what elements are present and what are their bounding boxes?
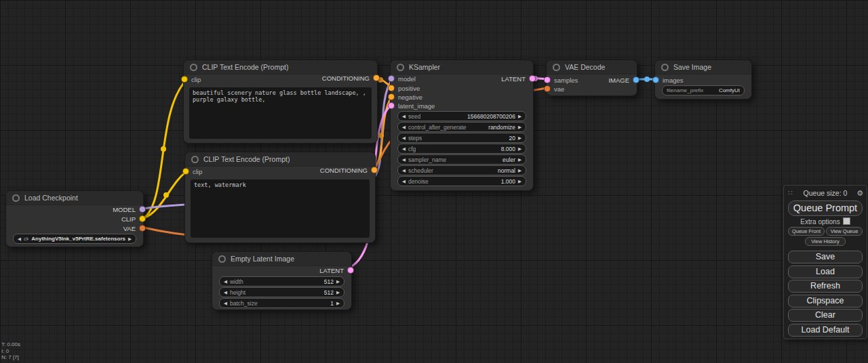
prev-arrow-icon[interactable]: ◀ bbox=[224, 279, 227, 284]
clip-port-icon[interactable] bbox=[139, 215, 146, 222]
node-title-bar[interactable]: KSampler bbox=[391, 60, 533, 74]
next-arrow-icon[interactable]: ▶ bbox=[518, 168, 521, 173]
output-model[interactable]: MODEL bbox=[113, 205, 146, 214]
view-history-button[interactable]: View History bbox=[805, 237, 846, 246]
node-save-image[interactable]: Save Image images filename_prefix ComfyU… bbox=[654, 60, 752, 100]
latent-port-icon[interactable] bbox=[544, 77, 551, 83]
view-queue-button[interactable]: View Queue bbox=[826, 227, 863, 236]
latent-port-icon[interactable] bbox=[347, 267, 354, 274]
node-clip-text-encode-positive[interactable]: CLIP Text Encode (Prompt) clip CONDITION… bbox=[183, 60, 378, 144]
load-default-button[interactable]: Load Default bbox=[788, 324, 863, 337]
height-widget[interactable]: ◀ height 512 ▶ bbox=[219, 287, 344, 297]
extra-options-checkbox[interactable] bbox=[843, 217, 850, 225]
vae-port-icon[interactable] bbox=[544, 85, 551, 92]
output-image[interactable]: IMAGE bbox=[608, 75, 639, 85]
conditioning-port-icon[interactable] bbox=[371, 167, 378, 173]
next-arrow-icon[interactable]: ▶ bbox=[336, 279, 340, 284]
input-vae[interactable]: vae bbox=[544, 84, 564, 93]
save-button[interactable]: Save bbox=[788, 251, 863, 263]
node-collapse-icon[interactable] bbox=[397, 64, 404, 71]
prev-arrow-icon[interactable]: ◀ bbox=[402, 157, 406, 163]
node-canvas[interactable]: { "app": "ComfyUI node graph", "colors":… bbox=[0, 0, 868, 363]
prev-arrow-icon[interactable]: ◀ bbox=[224, 301, 227, 306]
model-port-icon[interactable] bbox=[388, 75, 395, 82]
prev-arrow-icon[interactable]: ◀ bbox=[402, 114, 406, 119]
prompt-text-field[interactable]: beautiful scenery nature glass bottle la… bbox=[189, 87, 372, 139]
refresh-button[interactable]: Refresh bbox=[788, 280, 863, 293]
batch-size-widget[interactable]: ◀ batch_size 1 ▶ bbox=[219, 298, 344, 308]
node-empty-latent-image[interactable]: Empty Latent Image LATENT ◀ width 512 ▶ … bbox=[212, 251, 352, 310]
prev-arrow-icon[interactable]: ◀ bbox=[402, 146, 406, 152]
next-arrow-icon[interactable]: ▶ bbox=[336, 301, 340, 306]
output-clip[interactable]: CLIP bbox=[121, 214, 146, 223]
scheduler-widget[interactable]: ◀ scheduler normal ▶ bbox=[397, 165, 526, 175]
denoise-widget[interactable]: ◀ denoise 1.000 ▶ bbox=[397, 176, 526, 186]
input-latent-image[interactable]: latent_image bbox=[388, 101, 435, 110]
latent-port-icon[interactable] bbox=[529, 75, 536, 82]
vae-port-icon[interactable] bbox=[139, 225, 146, 232]
input-model[interactable]: model bbox=[388, 74, 416, 83]
prev-arrow-icon[interactable]: ◀ bbox=[402, 168, 406, 173]
conditioning-port-icon[interactable] bbox=[388, 93, 395, 100]
conditioning-port-icon[interactable] bbox=[388, 85, 395, 91]
node-title-bar[interactable]: CLIP Text Encode (Prompt) bbox=[184, 60, 377, 74]
next-arrow-icon[interactable]: ▶ bbox=[336, 290, 340, 295]
node-collapse-icon[interactable] bbox=[191, 156, 199, 163]
node-collapse-icon[interactable] bbox=[218, 255, 226, 263]
input-positive[interactable]: positive bbox=[388, 83, 420, 93]
ckpt-name-widget[interactable]: ◀ ckpt_na AnythingV5Ink_v5PrtRE.safetens… bbox=[13, 234, 136, 244]
prompt-text-field[interactable]: text, watermark bbox=[191, 179, 370, 238]
seed-widget[interactable]: ◀ seed 156680208700206 ▶ bbox=[397, 111, 526, 121]
control-after-generate-widget[interactable]: ◀ control_after_generate randomize ▶ bbox=[397, 122, 526, 132]
node-title-bar[interactable]: CLIP Text Encode (Prompt) bbox=[185, 152, 375, 167]
next-arrow-icon[interactable]: ▶ bbox=[518, 157, 521, 163]
clip-port-icon[interactable] bbox=[182, 168, 189, 175]
conditioning-port-icon[interactable] bbox=[373, 74, 380, 81]
image-port-icon[interactable] bbox=[633, 77, 639, 83]
node-clip-text-encode-negative[interactable]: CLIP Text Encode (Prompt) clip CONDITION… bbox=[184, 152, 376, 243]
image-port-icon[interactable] bbox=[652, 77, 659, 83]
node-title-bar[interactable]: Save Image bbox=[655, 60, 751, 74]
input-clip[interactable]: clip bbox=[181, 74, 201, 84]
clipspace-button[interactable]: Clipspace bbox=[788, 295, 863, 307]
clear-button[interactable]: Clear bbox=[788, 309, 863, 322]
clip-port-icon[interactable] bbox=[181, 76, 188, 83]
filename-prefix-widget[interactable]: filename_prefix ComfyUI bbox=[662, 85, 745, 95]
output-vae[interactable]: VAE bbox=[123, 223, 146, 233]
next-arrow-icon[interactable]: ▶ bbox=[128, 236, 132, 242]
model-port-icon[interactable] bbox=[139, 206, 146, 213]
sampler-name-widget[interactable]: ◀ sampler_name euler ▶ bbox=[397, 154, 526, 165]
output-latent[interactable]: LATENT bbox=[501, 74, 536, 83]
node-collapse-icon[interactable] bbox=[553, 64, 560, 71]
node-collapse-icon[interactable] bbox=[190, 64, 197, 71]
queue-front-button[interactable]: Queue Front bbox=[788, 227, 825, 236]
prev-arrow-icon[interactable]: ◀ bbox=[402, 125, 406, 130]
input-clip[interactable]: clip bbox=[182, 167, 202, 176]
node-collapse-icon[interactable] bbox=[12, 194, 20, 202]
node-load-checkpoint[interactable]: Load Checkpoint MODEL CLIP VAE ◀ ckpt_na… bbox=[5, 190, 144, 247]
next-arrow-icon[interactable]: ▶ bbox=[518, 125, 521, 130]
queue-prompt-button[interactable]: Queue Prompt bbox=[788, 200, 863, 216]
node-title-bar[interactable]: Empty Latent Image bbox=[212, 252, 351, 266]
node-title-bar[interactable]: Load Checkpoint bbox=[6, 191, 143, 205]
node-title-bar[interactable]: VAE Decode bbox=[547, 60, 637, 74]
next-arrow-icon[interactable]: ▶ bbox=[518, 114, 521, 119]
latent-port-icon[interactable] bbox=[388, 102, 395, 109]
cfg-widget[interactable]: ◀ cfg 8.000 ▶ bbox=[397, 144, 526, 154]
prev-arrow-icon[interactable]: ◀ bbox=[224, 290, 227, 295]
input-samples[interactable]: samples bbox=[544, 75, 578, 85]
output-conditioning[interactable]: CONDITIONING bbox=[322, 73, 380, 83]
prev-arrow-icon[interactable]: ◀ bbox=[18, 236, 21, 242]
prev-arrow-icon[interactable]: ◀ bbox=[402, 135, 406, 141]
prev-arrow-icon[interactable]: ◀ bbox=[402, 179, 406, 184]
width-widget[interactable]: ◀ width 512 ▶ bbox=[219, 276, 344, 286]
output-latent[interactable]: LATENT bbox=[319, 265, 354, 275]
next-arrow-icon[interactable]: ▶ bbox=[518, 135, 521, 141]
input-images[interactable]: images bbox=[652, 75, 684, 85]
next-arrow-icon[interactable]: ▶ bbox=[518, 179, 521, 184]
node-vae-decode[interactable]: VAE Decode samples vae IMAGE bbox=[546, 60, 637, 96]
load-button[interactable]: Load bbox=[788, 265, 863, 278]
output-conditioning[interactable]: CONDITIONING bbox=[320, 165, 378, 175]
node-collapse-icon[interactable] bbox=[661, 64, 669, 71]
next-arrow-icon[interactable]: ▶ bbox=[518, 146, 521, 152]
